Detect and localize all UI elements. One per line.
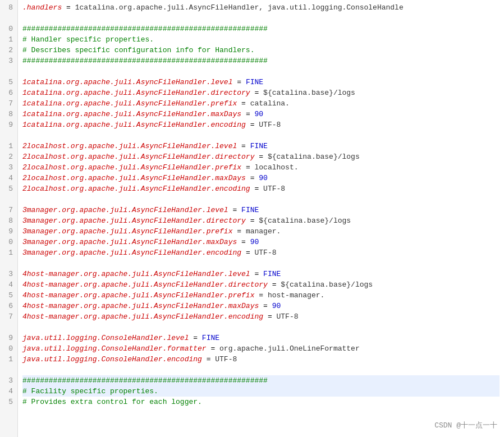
line-number: 4 [4,386,13,397]
code-segment: 3manager.org.apache.juli.AsyncFileHandle… [22,206,228,214]
code-line: # Describes specific configuration info … [22,45,500,56]
line-number: 3 [4,269,13,279]
code-segment: 4host-manager.org.apache.juli.AsyncFileH… [22,280,268,289]
code-segment: 2localhost.org.apache.juli.AsyncFileHand… [22,163,241,172]
code-segment: host-manager. [268,291,324,300]
code-segment: = [246,121,259,129]
code-segment: catalina. [250,99,290,108]
line-number: 0 [4,24,13,34]
line-number: 7 [4,98,13,109]
line-number: 1 [4,354,13,365]
code-segment: 4host-manager.org.apache.juli.AsyncFileH… [22,270,250,278]
line-number: 3 [4,162,13,173]
code-segment: ${catalina.base}/logs [281,280,373,289]
code-segment: 1catalina.org.apache.juli.AsyncFileHandl… [22,110,241,118]
line-number: 8 [4,215,13,226]
line-number [4,258,13,269]
code-segment: ########################################… [22,25,268,33]
line-number: 4 [4,279,13,290]
line-number: 9 [4,226,13,237]
code-segment: 90 [254,110,263,118]
line-number: 9 [4,119,13,130]
line-number: 7 [4,205,13,215]
code-segment: ${catalina.base}/logs [268,153,360,161]
line-number [4,66,13,77]
code-segment: UTF-8 [215,355,237,364]
line-number: 1 [4,34,13,45]
code-segment: = [237,238,250,246]
code-segment: = [246,217,259,225]
code-segment: FINE [202,334,219,342]
code-line: 4host-manager.org.apache.juli.AsyncFileH… [22,269,500,279]
code-area: 8012356789123457890134567901345 .handler… [0,0,504,437]
line-number: 4 [4,173,13,183]
code-segment: 2localhost.org.apache.juli.AsyncFileHand… [22,185,250,193]
code-segment: 1catalina.org.apache.juli.AsyncFileHandl… [75,3,404,12]
code-line: 3manager.org.apache.juli.AsyncFileHandle… [22,226,500,237]
code-line: 2localhost.org.apache.juli.AsyncFileHand… [22,162,500,173]
code-segment: 3manager.org.apache.juli.AsyncFileHandle… [22,238,237,246]
code-segment: localhost. [254,163,298,172]
code-line: 2localhost.org.apache.juli.AsyncFileHand… [22,151,500,162]
code-segment: 2localhost.org.apache.juli.AsyncFileHand… [22,142,237,150]
watermark: CSDN @十一点一十 [434,420,497,430]
code-line: 1catalina.org.apache.juli.AsyncFileHandl… [22,109,500,119]
code-segment: 90 [250,238,259,246]
code-segment: .handlers [22,3,62,12]
code-segment: = [207,344,219,353]
line-number: 5 [4,397,13,407]
code-line [22,130,500,141]
code-segment: = [259,302,272,310]
line-number: 1 [4,247,13,258]
code-segment: FINE [241,206,259,214]
code-line: 4host-manager.org.apache.juli.AsyncFileH… [22,290,500,301]
code-line [22,322,500,333]
code-content[interactable]: .handlers = 1catalina.org.apache.juli.As… [18,0,504,437]
line-number: 3 [4,56,13,66]
line-number: 3 [4,375,13,386]
code-segment: = [189,334,201,342]
code-segment: 2localhost.org.apache.juli.AsyncFileHand… [22,153,254,161]
code-segment: = [250,270,263,278]
code-segment: = [202,355,215,364]
code-line: .handlers = 1catalina.org.apache.juli.As… [22,2,500,13]
code-line: 4host-manager.org.apache.juli.AsyncFileH… [22,279,500,290]
editor-container: 8012356789123457890134567901345 .handler… [0,0,504,437]
line-number: 5 [4,77,13,88]
code-line: 2localhost.org.apache.juli.AsyncFileHand… [22,141,500,151]
code-line: ########################################… [22,56,500,66]
line-number: 6 [4,301,13,311]
line-number: 1 [4,141,13,151]
code-line: java.util.logging.ConsoleHandler.level =… [22,333,500,343]
code-segment: 90 [259,174,268,182]
code-segment: = [62,3,75,12]
code-segment: = [241,110,254,118]
code-segment: 4host-manager.org.apache.juli.AsyncFileH… [22,291,254,300]
code-segment: UTF-8 [259,121,281,129]
code-line: 1catalina.org.apache.juli.AsyncFileHandl… [22,119,500,130]
code-segment: 90 [272,302,281,310]
code-segment: = [228,206,241,214]
line-number: 8 [4,109,13,119]
code-line: 1catalina.org.apache.juli.AsyncFileHandl… [22,98,500,109]
line-number [4,365,13,375]
code-segment: 1catalina.org.apache.juli.AsyncFileHandl… [22,78,232,86]
code-segment: ${catalina.base}/logs [259,217,351,225]
code-segment: 1catalina.org.apache.juli.AsyncFileHandl… [22,121,246,129]
code-segment: 4host-manager.org.apache.juli.AsyncFileH… [22,302,259,310]
code-segment: = [246,174,259,182]
code-line: # Provides extra control for each logger… [22,397,500,407]
code-segment: = [268,280,281,289]
code-line: java.util.logging.ConsoleHandler.formatt… [22,343,500,354]
line-number: 0 [4,343,13,354]
code-segment: = [232,227,245,236]
line-number: 2 [4,45,13,56]
line-number [4,194,13,205]
code-line: 2localhost.org.apache.juli.AsyncFileHand… [22,173,500,183]
line-number: 5 [4,290,13,301]
code-segment: = [254,291,267,300]
code-line: 3manager.org.apache.juli.AsyncFileHandle… [22,247,500,258]
code-segment: java.util.logging.ConsoleHandler.formatt… [22,344,207,353]
code-segment: 1catalina.org.apache.juli.AsyncFileHandl… [22,89,250,97]
line-number: 2 [4,151,13,162]
